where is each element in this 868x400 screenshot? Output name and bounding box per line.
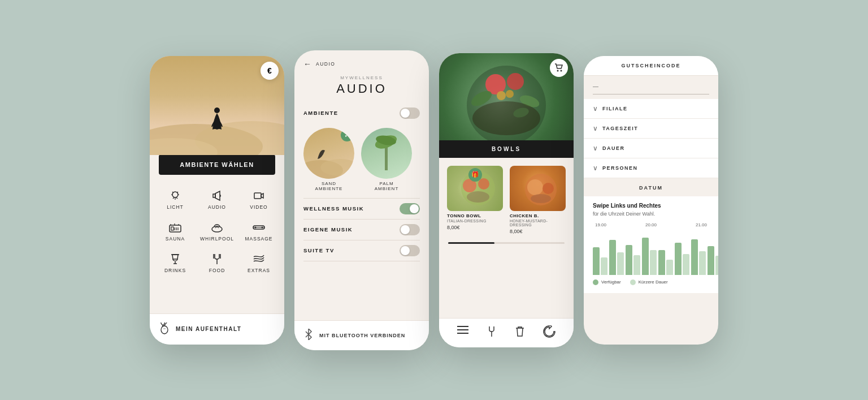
refresh-nav-icon[interactable]: [543, 325, 555, 341]
wellness-musik-section: WELLNESS MUSIK: [294, 199, 429, 219]
menu-item-food[interactable]: FOOD: [196, 247, 238, 279]
audio-icon: [211, 190, 223, 202]
licht-icon: [170, 190, 181, 202]
extras-icon: [253, 253, 265, 265]
tageszeit-filter[interactable]: ∨ TAGESZEIT: [584, 119, 718, 139]
menu-item-extras[interactable]: EXTRAS: [238, 247, 280, 279]
menu-item-sauna[interactable]: SAUNA: [154, 216, 196, 247]
voucher-header: GUTSCHEINCODE: [584, 56, 718, 76]
datum-header: DATUM: [584, 178, 718, 194]
legend-shorter: Kürzere Dauer: [630, 279, 668, 285]
dauer-filter[interactable]: ∨ DAUER: [584, 139, 718, 158]
menu-item-video[interactable]: VIDEO: [238, 184, 280, 216]
short-label: Kürzere Dauer: [639, 279, 668, 285]
video-label: VIDEO: [250, 204, 267, 210]
food-items: 🎁 TONNO BOWL ITALIAN-DRESSING 8,00€ CHIC…: [439, 158, 574, 242]
chicken-bowl-item[interactable]: CHICKEN B. HONEY-MUSTARD-DRESSING 8,00€: [506, 162, 569, 238]
svg-rect-5: [254, 193, 261, 199]
menu-item-massage[interactable]: MASSAGE: [238, 216, 280, 247]
back-arrow-icon[interactable]: ←: [303, 59, 311, 68]
euro-button[interactable]: €: [261, 62, 279, 80]
suite-tv-label: SUITE TV: [303, 247, 335, 253]
chicken-bowl-img: [510, 166, 566, 211]
bar-short-5: [683, 254, 689, 275]
svg-point-3: [214, 107, 220, 113]
bar-avail-6: [691, 239, 698, 275]
bar-short-4: [666, 260, 673, 274]
bar-group-3: [642, 238, 657, 275]
suite-toggle[interactable]: [400, 245, 420, 256]
bar-short-7: [715, 256, 718, 274]
short-dot: [630, 279, 636, 285]
sand-ambient-label: SANDAMBIENTE: [303, 181, 354, 191]
audio-header: ← AUDIO: [294, 50, 429, 73]
suite-tv-section: SUITE TV: [294, 240, 429, 261]
euro-icon: €: [267, 66, 272, 75]
bar-short-3: [650, 250, 657, 275]
svg-point-34: [561, 70, 562, 71]
wellness-toggle[interactable]: [400, 203, 420, 214]
trash-nav-icon[interactable]: [515, 325, 525, 341]
sand-ambient-img[interactable]: ✓: [303, 128, 354, 179]
phone-audio: ← AUDIO MYWELLNESS AUDIO AMBIENTE: [294, 50, 429, 350]
menu-item-licht[interactable]: LICHT: [154, 184, 196, 216]
svg-point-37: [478, 178, 489, 190]
whirlpool-label: WHIRLPOOL: [200, 236, 234, 242]
palm-ambient-img[interactable]: [361, 128, 412, 179]
ambiente-section: AMBIENTE: [294, 103, 429, 123]
bar-avail-5: [675, 243, 682, 275]
bar-short-0: [601, 257, 607, 275]
time-1900: 19.00: [595, 222, 606, 227]
voucher-input[interactable]: [593, 83, 709, 89]
bar-avail-3: [642, 238, 649, 275]
bar-group-1: [609, 240, 624, 274]
phone-food: BOWLS 🎁 TONNO BOWL ITALIAN-DRESSING 8,00…: [439, 53, 574, 347]
personen-filter[interactable]: ∨ PERSONEN: [584, 158, 718, 178]
audio-label: AUDIO: [208, 204, 226, 210]
bottom-bar[interactable]: MEIN AUFENTHALT: [150, 313, 284, 345]
menu-nav-icon[interactable]: [457, 325, 468, 341]
ambient-images: ✓ SANDAMBIENTE PALMAMBIENT: [294, 123, 429, 198]
eigene-musik-label: EIGENE MUSIK: [303, 226, 353, 233]
massage-label: MASSAGE: [245, 236, 272, 242]
avail-label: Verfügbar: [601, 279, 621, 285]
time-2000: 20.00: [645, 222, 657, 227]
svg-point-18: [161, 326, 168, 334]
time-labels: 19.00 20.00 21.00: [593, 222, 709, 227]
tonno-bowl-price: 8,00€: [447, 225, 503, 230]
menu-item-audio[interactable]: AUDIO: [196, 184, 238, 216]
menu-item-drinks[interactable]: DRINKS: [154, 247, 196, 279]
audio-title: AUDIO: [294, 81, 429, 96]
phone-main-menu: € AMBIENTE WÄHLEN LICHT AUDIO: [150, 56, 284, 345]
bluetooth-bar[interactable]: MIT BLUETOOTH VERBINDEN: [294, 320, 429, 350]
filiale-filter[interactable]: ∨ FILIALE: [584, 99, 718, 119]
bar-short-2: [633, 255, 640, 275]
food-label: FOOD: [209, 268, 225, 273]
extras-label: EXTRAS: [248, 268, 270, 273]
pineapple-icon: [159, 322, 170, 337]
ambiente-toggle[interactable]: [400, 107, 420, 119]
svg-point-29: [497, 91, 506, 100]
cart-button[interactable]: [550, 59, 568, 77]
bar-group-2: [626, 245, 640, 275]
dauer-arrow: ∨: [593, 144, 598, 152]
tonno-bowl-item[interactable]: 🎁 TONNO BOWL ITALIAN-DRESSING 8,00€: [444, 162, 506, 238]
svg-point-12: [262, 226, 263, 228]
filiale-label: FILIALE: [602, 106, 628, 111]
gift-badge: 🎁: [468, 168, 482, 182]
svg-point-41: [542, 183, 554, 194]
menu-grid: LICHT AUDIO VIDEO SAUNA: [150, 175, 284, 279]
svg-point-42: [531, 194, 551, 203]
food-nav-icon[interactable]: [487, 325, 497, 341]
ambiente-label: AMBIENTE WÄHLEN: [180, 161, 254, 168]
wellness-musik-label: WELLNESS MUSIK: [303, 205, 364, 212]
food-icon: [212, 253, 222, 265]
chicken-bowl-sub: HONEY-MUSTARD-DRESSING: [510, 219, 566, 227]
menu-item-whirlpool[interactable]: WHIRLPOOL: [196, 216, 238, 247]
food-hero: BOWLS: [439, 53, 574, 158]
svg-point-40: [527, 179, 543, 195]
eigene-toggle[interactable]: [400, 224, 420, 235]
svg-rect-7: [171, 227, 173, 230]
ambiente-button[interactable]: AMBIENTE WÄHLEN: [159, 154, 275, 175]
bottom-nav: [439, 318, 574, 347]
